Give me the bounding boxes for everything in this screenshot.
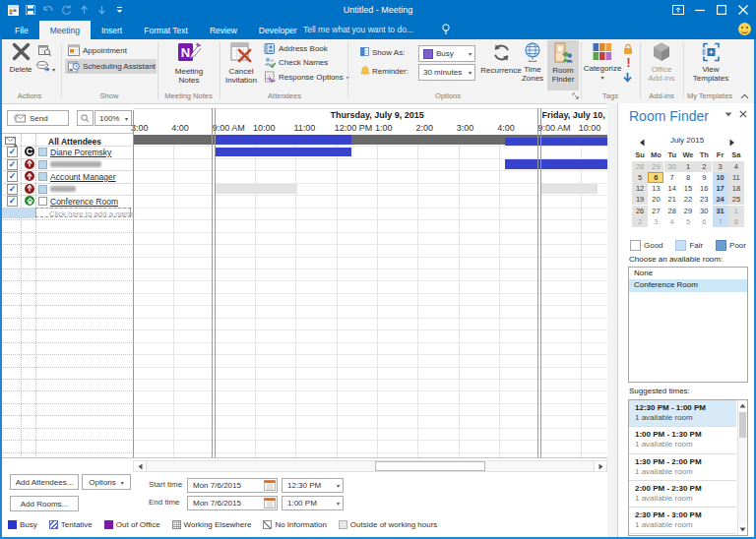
zoom-search-button[interactable]	[77, 110, 94, 126]
time-zones-button[interactable]: Time Zones	[519, 42, 546, 83]
suggested-time-item[interactable]: 1:00 PM - 1:30 PM1 available room	[629, 427, 736, 453]
collapse-ribbon-chevron-icon[interactable]	[740, 93, 749, 99]
calendar-prev-month-arrow[interactable]	[639, 139, 645, 147]
calendar-day-26[interactable]: 26	[632, 206, 648, 216]
tab-developer[interactable]: Developer	[248, 21, 308, 40]
add-attendees-button[interactable]: Add Attendees...	[10, 474, 79, 490]
forward-dropdown-caret[interactable]: ▾	[52, 66, 55, 73]
calendar-day-1[interactable]: 1	[728, 206, 744, 216]
appointment-button[interactable]: Appointment	[68, 44, 127, 56]
suggested-times-list[interactable]: 12:30 PM - 1:00 PM1 available room1:00 P…	[628, 399, 748, 536]
attendee-name[interactable]: Conference Room	[50, 197, 118, 207]
meeting-notes-button[interactable]: N Meeting Notes	[160, 41, 218, 85]
attendee-checkbox[interactable]: ✓	[7, 184, 18, 195]
calendar-day-29[interactable]: 29	[648, 161, 663, 172]
end-time-select[interactable]: 1:00 PM ▾	[282, 496, 344, 510]
attendee-name[interactable]: Account Manager	[50, 172, 116, 182]
maximize-icon[interactable]	[711, 1, 732, 19]
ribbon-display-options-icon[interactable]	[667, 1, 689, 19]
room-finder-button[interactable]: Room Finder	[547, 40, 579, 90]
tab-file[interactable]: File	[4, 21, 39, 40]
calendar-day-21[interactable]: 21	[664, 194, 680, 205]
close-icon[interactable]	[732, 1, 754, 19]
calendar-day-29[interactable]: 29	[680, 206, 696, 216]
view-templates-button[interactable]: View Templates	[687, 41, 734, 83]
calendar-day-30[interactable]: 30	[696, 206, 712, 216]
check-names-button[interactable]: Check Names	[264, 57, 328, 68]
calendar-day-4[interactable]: 4	[728, 161, 744, 172]
calendar-day-25[interactable]: 25	[728, 194, 744, 205]
scroll-up-arrow[interactable]	[738, 400, 747, 411]
show-as-select[interactable]: Busy ▾	[418, 45, 475, 62]
scroll-right-arrow[interactable]	[594, 461, 606, 471]
calendar-day-31[interactable]: 31	[713, 206, 728, 216]
feedback-smiley-icon[interactable]	[738, 23, 751, 35]
calendar-day-17[interactable]: 17	[713, 183, 728, 194]
recurrence-button[interactable]: Recurrence	[478, 42, 524, 75]
calendar-day-23[interactable]: 23	[696, 194, 712, 205]
options-button[interactable]: Options▾	[82, 474, 131, 490]
attendee-checkbox[interactable]: ✓	[7, 196, 18, 207]
categorize-button[interactable]: Categorize ▾	[583, 42, 622, 83]
calendar-day-4[interactable]: 4	[664, 216, 680, 227]
office-add-ins-button[interactable]: Office Add-ins	[642, 41, 681, 83]
add-attendee-placeholder[interactable]: Click here to add a name	[35, 208, 131, 217]
forward-meeting-icon[interactable]	[36, 61, 50, 72]
suggested-list-scrollbar[interactable]	[737, 400, 747, 535]
end-date-input[interactable]: Mon 7/6/2015	[187, 496, 278, 510]
calendar-day-9[interactable]: 9	[696, 172, 712, 183]
calendar-day-6[interactable]: 6	[696, 216, 712, 227]
calendar-day-3[interactable]: 3	[648, 216, 663, 227]
calendar-day-12[interactable]: 12	[632, 183, 648, 194]
low-importance-icon[interactable]	[622, 72, 633, 84]
tellme-box[interactable]: Tell me what you want to do...	[303, 20, 413, 39]
tab-meeting[interactable]: Meeting	[39, 21, 91, 40]
send-button[interactable]: Send	[7, 110, 69, 126]
calendar-day-2[interactable]: 2	[632, 216, 648, 227]
scroll-down-arrow[interactable]	[738, 524, 747, 535]
delete-button[interactable]: Delete	[4, 42, 37, 74]
calendar-day-7[interactable]: 7	[664, 172, 680, 183]
scheduling-assistant-button[interactable]: Scheduling Assistant	[65, 59, 157, 74]
calendar-day-13[interactable]: 13	[648, 183, 663, 194]
private-lock-icon[interactable]	[622, 43, 634, 55]
calendar-day-24[interactable]: 24	[713, 194, 728, 205]
address-book-button[interactable]: Address Book	[264, 43, 328, 54]
calendar-day-20[interactable]: 20	[648, 194, 663, 205]
reminder-select[interactable]: 30 minutes ▾	[418, 64, 475, 81]
response-options-button[interactable]: Response Options▾	[264, 71, 349, 83]
room-finder-close-icon[interactable]	[739, 110, 747, 118]
calendar-day-3[interactable]: 3	[713, 161, 728, 172]
cancel-invitation-button[interactable]: Cancel Invitation	[217, 41, 266, 85]
minimize-icon[interactable]	[689, 1, 711, 19]
available-rooms-list[interactable]: NoneConference Room	[628, 267, 748, 383]
room-finder-menu-caret[interactable]	[724, 112, 732, 117]
scroll-left-arrow[interactable]	[134, 461, 147, 471]
suggested-time-item[interactable]: 2:30 PM - 3:00 PM1 available room	[629, 508, 736, 534]
add-rooms-button[interactable]: Add Rooms...	[10, 496, 79, 511]
calendar-day-28[interactable]: 28	[664, 206, 680, 216]
tab-insert[interactable]: Insert	[91, 21, 133, 40]
tab-review[interactable]: Review	[199, 21, 248, 40]
calendar-day-5[interactable]: 5	[632, 172, 648, 183]
horizontal-scrollbar[interactable]	[133, 460, 607, 472]
calendar-day-27[interactable]: 27	[648, 206, 663, 216]
calendar-next-month-arrow[interactable]	[729, 139, 735, 147]
attendee-checkbox[interactable]: ✓	[7, 147, 18, 157]
end-date-picker-icon[interactable]	[264, 498, 276, 509]
attendee-name[interactable]: Diane Poremsky	[50, 148, 111, 157]
calendar-day-16[interactable]: 16	[696, 183, 712, 194]
options-dialog-launcher-icon[interactable]	[572, 92, 580, 100]
calendar-day-14[interactable]: 14	[664, 183, 680, 194]
calendar-day-18[interactable]: 18	[728, 183, 744, 194]
room-option-none[interactable]: None	[629, 268, 747, 279]
calendar-day-11[interactable]: 11	[728, 172, 744, 183]
scroll-thumb[interactable]	[739, 412, 746, 438]
suggested-time-item[interactable]: 1:30 PM - 2:00 PM1 available room	[629, 454, 736, 481]
start-time-select[interactable]: 12:30 PM ▾	[282, 478, 344, 493]
calendar-day-22[interactable]: 22	[680, 194, 696, 205]
calendar-day-8[interactable]: 8	[680, 172, 696, 183]
start-date-input[interactable]: Mon 7/6/2015	[187, 478, 278, 493]
attendee-checkbox[interactable]: ✓	[7, 159, 18, 170]
calendar-day-6[interactable]: 6	[648, 172, 663, 183]
